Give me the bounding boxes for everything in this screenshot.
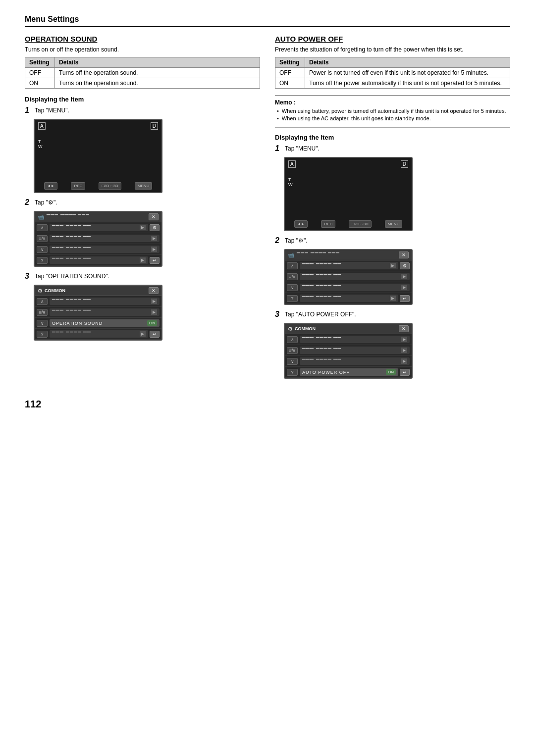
- menu1-camera-icon: 📹: [38, 214, 45, 220]
- right-step-3-number: 3: [275, 310, 282, 319]
- common-left-help-btn[interactable]: ?: [37, 331, 48, 338]
- page-number: 112: [25, 399, 510, 410]
- menu1-row-1: ∧ ▔▔▔ ▔▔▔▔ ▔▔ ▶ ⚙: [35, 222, 161, 233]
- common-menu-left-close[interactable]: ✕: [149, 287, 159, 294]
- cam-right-top-right: D: [401, 160, 408, 168]
- common-left-item-1-arrow: ▶: [151, 299, 157, 304]
- step-2: 2 Tap "⚙".: [25, 198, 260, 207]
- menu1-item-3-arrow: ▶: [151, 247, 157, 252]
- right-step-3-text: Tap "AUTO POWER OFF".: [285, 310, 356, 318]
- auto-power-desc: Prevents the situation of forgetting to …: [275, 46, 510, 53]
- cam1-btn-2d3d: □2D↔3D: [99, 182, 121, 190]
- common-left-back-btn[interactable]: ↩: [150, 331, 160, 338]
- common-left-op-sound-badge: ON: [147, 320, 157, 326]
- menu1-gear-btn[interactable]: ⚙: [150, 224, 160, 231]
- menu-right-numbering-btn[interactable]: #/#: [287, 273, 298, 280]
- common-right-item-3: ▔▔▔ ▔▔▔▔ ▔▔: [302, 359, 341, 364]
- common-right-up-btn[interactable]: ∧: [287, 336, 298, 343]
- common-right-numbering-btn[interactable]: #/#: [287, 347, 298, 354]
- common-left-numbering-btn[interactable]: #/#: [37, 309, 48, 316]
- common-right-back-btn[interactable]: ↩: [400, 369, 410, 376]
- menu1-numbering-btn[interactable]: #/#: [37, 235, 48, 242]
- cam-screen-1: A D TW ◄► REC □2D↔3D MENU: [34, 119, 162, 193]
- op-sound-title: OPERATION SOUND: [25, 35, 260, 43]
- auto-power-title: AUTO POWER OFF: [275, 35, 510, 43]
- common-left-item-3: ▔▔▔ ▔▔▔▔ ▔▔: [52, 332, 91, 337]
- cam-screen-right-1: A D TW ◄► REC □2D↔3D MENU: [284, 157, 413, 231]
- common-right-item-1: ▔▔▔ ▔▔▔▔ ▔▔: [302, 337, 341, 342]
- menu1-item-4-arrow: ▶: [140, 257, 146, 263]
- menu1-help-btn[interactable]: ?: [37, 257, 48, 264]
- step-3-number: 3: [25, 272, 32, 281]
- menu-right-help-btn[interactable]: ?: [287, 295, 298, 302]
- common-right-help-btn[interactable]: ?: [287, 369, 298, 376]
- common-right-down-btn[interactable]: ∨: [287, 358, 298, 365]
- common-left-item-3-arrow: ▶: [140, 331, 146, 337]
- step-3-text: Tap "OPERATION SOUND".: [35, 272, 109, 280]
- auto-table-col1: Setting: [275, 57, 305, 68]
- auto-row1-setting: OFF: [275, 68, 305, 78]
- right-step-1: 1 Tap "MENU".: [275, 144, 510, 153]
- common-right-row-1: ∧ ▔▔▔ ▔▔▔▔ ▔▔ ▶: [285, 334, 412, 345]
- menu-right-back-btn[interactable]: ↩: [400, 295, 410, 302]
- auto-row2-setting: ON: [275, 78, 305, 89]
- common-left-row-1: ∧ ▔▔▔ ▔▔▔▔ ▔▔ ▶: [35, 296, 161, 307]
- menu-right-gear-btn[interactable]: ⚙: [400, 262, 410, 269]
- menu1-back-btn[interactable]: ↩: [150, 257, 160, 264]
- common-menu-right-close[interactable]: ✕: [399, 325, 409, 332]
- auto-row2-detail: Turns off the power automatically if thi…: [305, 78, 510, 89]
- cam-right-bottom: ◄► REC □2D↔3D MENU: [285, 220, 412, 228]
- menu-right-gear-close[interactable]: ✕: [399, 252, 409, 258]
- common-left-row-3: ? ▔▔▔ ▔▔▔▔ ▔▔ ▶ ↩: [35, 329, 161, 340]
- menu-right-item-1-arrow: ▶: [390, 263, 396, 268]
- page-title: Menu Settings: [25, 15, 510, 24]
- menu-screen-right-gear: 📹 ▔▔▔ ▔▔▔▔ ▔▔▔ ✕ ∧ ▔▔▔ ▔▔▔▔ ▔▔ ▶ ⚙ #/# ▔…: [284, 249, 413, 305]
- common-menu-right-title: COMMON: [295, 326, 316, 331]
- menu-right-item-1: ▔▔▔ ▔▔▔▔ ▔▔: [302, 263, 341, 268]
- cam1-top-left-icon: A: [38, 122, 46, 130]
- table-row: OFF Power is not turned off even if this…: [275, 68, 510, 78]
- cam1-btn-menu[interactable]: MENU: [135, 182, 153, 190]
- menu-right-item-2-arrow: ▶: [401, 274, 407, 279]
- cam-right-top-left: A: [288, 160, 296, 168]
- menu1-row-4: ? ▔▔▔ ▔▔▔▔ ▔▔ ▶ ↩: [35, 255, 161, 266]
- common-right-item-2: ▔▔▔ ▔▔▔▔ ▔▔: [302, 348, 341, 353]
- menu-right-up-btn[interactable]: ∧: [287, 262, 298, 269]
- menu-right-down-btn[interactable]: ∨: [287, 284, 298, 291]
- step-3: 3 Tap "OPERATION SOUND".: [25, 272, 260, 281]
- menu1-item-4-text: ▔▔▔ ▔▔▔▔ ▔▔: [52, 258, 91, 263]
- common-left-up-btn[interactable]: ∧: [37, 298, 48, 305]
- common-left-down-btn[interactable]: ∨: [37, 320, 48, 327]
- menu1-item-1-arrow: ▶: [140, 225, 146, 230]
- common-left-item-2-arrow: ▶: [151, 309, 157, 315]
- cam-right-btn-2d3d: □2D↔3D: [349, 220, 371, 228]
- op-sound-table: Setting Details OFF Turns off the operat…: [25, 57, 260, 89]
- common-left-op-sound-label: OPERATION SOUND: [52, 321, 103, 326]
- menu1-item-1-text: ▔▔▔ ▔▔▔▔ ▔▔: [52, 225, 91, 230]
- menu1-close-button[interactable]: ✕: [149, 213, 159, 220]
- page-header: Menu Settings: [25, 15, 510, 27]
- menu-right-item-3: ▔▔▔ ▔▔▔▔ ▔▔: [302, 285, 341, 290]
- menu1-title-bar: ▔▔▔ ▔▔▔▔ ▔▔▔: [47, 214, 90, 219]
- cam-right-btn-menu[interactable]: MENU: [385, 220, 403, 228]
- common-right-auto-power-label: AUTO POWER OFF: [302, 370, 350, 375]
- cam-right-btn-rec: REC: [321, 220, 335, 228]
- step-1-text: Tap "MENU".: [35, 106, 69, 114]
- right-divider: [275, 127, 510, 128]
- cam-right-btn-prev: ◄►: [294, 220, 308, 228]
- cam1-btn-rec: REC: [71, 182, 85, 190]
- op-table-col1: Setting: [25, 57, 55, 68]
- menu-right-row-2: #/# ▔▔▔ ▔▔▔▔ ▔▔ ▶: [285, 271, 412, 282]
- cam1-bottom-bar: ◄► REC □2D↔3D MENU: [35, 182, 161, 190]
- table-row: ON Turns off the power automatically if …: [275, 78, 510, 89]
- memo-title: Memo :: [275, 99, 510, 106]
- common-right-item-3-arrow: ▶: [401, 358, 407, 364]
- step-1: 1 Tap "MENU".: [25, 106, 260, 115]
- menu-screen-1: 📹 ▔▔▔ ▔▔▔▔ ▔▔▔ ✕ ∧ ▔▔▔ ▔▔▔▔ ▔▔ ▶ ⚙ #/# ▔…: [34, 211, 162, 267]
- op-row2-setting: ON: [25, 78, 55, 89]
- cam1-top-right-icon: D: [151, 122, 158, 130]
- menu1-up-btn[interactable]: ∧: [37, 224, 48, 231]
- menu1-header: 📹 ▔▔▔ ▔▔▔▔ ▔▔▔ ✕: [35, 212, 161, 222]
- menu1-down-btn[interactable]: ∨: [37, 246, 48, 253]
- menu1-item-3-text: ▔▔▔ ▔▔▔▔ ▔▔: [52, 247, 91, 252]
